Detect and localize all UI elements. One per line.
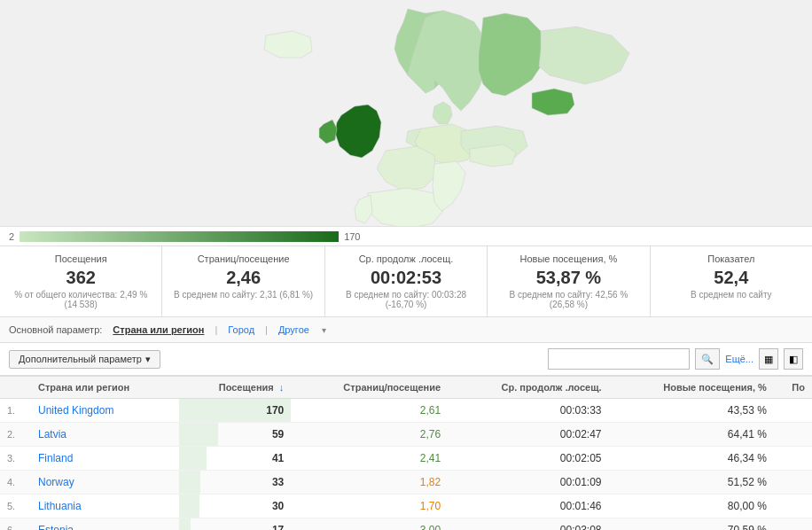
scale-bar: 2 170 <box>0 226 812 246</box>
add-param-button[interactable]: Дополнительный параметр ▾ <box>9 350 160 369</box>
stat-indicator-title: Показател <box>661 253 801 264</box>
cell-country[interactable]: Estonia <box>31 518 179 531</box>
cell-duration: 00:01:09 <box>448 471 608 495</box>
cell-duration: 00:02:05 <box>448 447 608 471</box>
cell-new-visits: 43,53 % <box>609 399 774 423</box>
cell-num: 6. <box>0 518 31 531</box>
tab-other[interactable]: Другое <box>275 323 313 337</box>
cell-duration: 00:01:46 <box>448 495 608 518</box>
country-link[interactable]: Lithuania <box>38 500 82 512</box>
cell-po <box>774 423 812 447</box>
sort-arrow-icon: ↓ <box>279 382 285 393</box>
stat-indicator-value: 52,4 <box>661 268 801 288</box>
th-duration: Ср. продолж .лосещ. <box>448 377 608 399</box>
th-po: По <box>774 377 812 399</box>
cell-pages: 2,61 <box>291 399 448 423</box>
country-link[interactable]: Estonia <box>38 524 74 530</box>
cell-num: 1. <box>0 399 31 423</box>
cell-num: 3. <box>0 447 31 471</box>
cell-country[interactable]: United Kingdom <box>31 399 179 423</box>
country-link[interactable]: Norway <box>38 476 74 488</box>
scale-max: 170 <box>344 231 360 242</box>
cell-po <box>774 471 812 495</box>
stat-pages-sub: В среднем по сайту: 2,31 (6,81 %) <box>173 290 313 300</box>
cell-visits: 33 <box>179 471 291 495</box>
cell-country[interactable]: Finland <box>31 447 179 471</box>
add-param-label: Дополнительный параметр <box>19 354 142 364</box>
cell-po <box>774 447 812 471</box>
cell-visits: 17 <box>179 518 291 531</box>
tabs-label: Основной параметр: <box>9 324 102 335</box>
stat-new-visits: Новые посещения, % 53,87 % В среднем по … <box>488 246 650 316</box>
table-row: 5. Lithuania 30 1,70 00:01:46 80,00 % <box>0 495 812 518</box>
table-row: 1. United Kingdom 170 2,61 00:03:33 43,5… <box>0 399 812 423</box>
cell-duration: 00:03:33 <box>448 399 608 423</box>
stat-pages-value: 2,46 <box>173 268 313 288</box>
cell-new-visits: 64,41 % <box>609 423 774 447</box>
table-row: 6. Estonia 17 3,00 00:03:08 70,59 % <box>0 518 812 531</box>
cell-po <box>774 518 812 531</box>
stat-pages-title: Страниц/посещение <box>173 253 313 264</box>
cell-pages: 2,41 <box>291 447 448 471</box>
cell-new-visits: 51,52 % <box>609 471 774 495</box>
toolbar-row: Дополнительный параметр ▾ 🔍 Ещё... ▦ ◧ <box>0 343 812 376</box>
eshche-link[interactable]: Ещё... <box>725 354 753 364</box>
th-pages: Страниц/посещение <box>291 377 448 399</box>
cell-duration: 00:02:47 <box>448 423 608 447</box>
cell-pages: 2,76 <box>291 423 448 447</box>
cell-new-visits: 46,34 % <box>609 447 774 471</box>
th-visits: Посещения ↓ <box>179 377 291 399</box>
stat-duration: Ср. продолж .лосещ. 00:02:53 В среднем п… <box>325 246 488 316</box>
stat-new-visits-value: 53,87 % <box>498 268 638 288</box>
stat-duration-title: Ср. продолж .лосещ. <box>336 253 476 264</box>
table-row: 4. Norway 33 1,82 00:01:09 51,52 % <box>0 471 812 495</box>
tab-other-arrow: ▾ <box>322 325 326 335</box>
stat-visits-sub: % от общего количества: 2,49 % (14 538) <box>11 290 151 309</box>
map-svg <box>0 0 812 226</box>
cell-num: 5. <box>0 495 31 518</box>
country-link[interactable]: Finland <box>38 452 73 464</box>
cell-visits: 30 <box>179 495 291 518</box>
th-country: Страна или регион <box>31 377 179 399</box>
add-param-arrow-icon: ▾ <box>145 354 151 365</box>
cell-num: 2. <box>0 423 31 447</box>
scale-min: 2 <box>9 231 14 242</box>
cell-duration: 00:03:08 <box>448 518 608 531</box>
cell-country[interactable]: Latvia <box>31 423 179 447</box>
map-container <box>0 0 812 226</box>
table-row: 3. Finland 41 2,41 00:02:05 46,34 % <box>0 447 812 471</box>
cell-pages: 1,82 <box>291 471 448 495</box>
cell-country[interactable]: Lithuania <box>31 495 179 518</box>
country-link[interactable]: Latvia <box>38 428 66 440</box>
stats-row: Посещения 362 % от общего количества: 2,… <box>0 246 812 317</box>
cell-visits: 170 <box>179 399 291 423</box>
table-row: 2. Latvia 59 2,76 00:02:47 64,41 % <box>0 423 812 447</box>
stat-visits-title: Посещения <box>11 253 151 264</box>
stat-duration-value: 00:02:53 <box>336 268 476 288</box>
country-link[interactable]: United Kingdom <box>38 404 113 417</box>
view-list-button[interactable]: ◧ <box>784 348 803 370</box>
th-new-visits: Новые посещения, % <box>609 377 774 399</box>
cell-pages: 3,00 <box>291 518 448 531</box>
cell-new-visits: 80,00 % <box>609 495 774 518</box>
tabs-row: Основной параметр: Страна или регион | Г… <box>0 317 812 343</box>
stat-indicator-sub: В среднем по сайту <box>661 290 801 300</box>
search-button[interactable]: 🔍 <box>695 348 720 370</box>
data-table: Страна или регион Посещения ↓ Страниц/по… <box>0 376 812 530</box>
cell-pages: 1,70 <box>291 495 448 518</box>
tab-country[interactable]: Страна или регион <box>109 323 207 337</box>
stat-visits-value: 362 <box>11 268 151 288</box>
cell-country[interactable]: Norway <box>31 471 179 495</box>
cell-po <box>774 495 812 518</box>
view-grid-button[interactable]: ▦ <box>759 348 778 370</box>
cell-visits: 59 <box>179 423 291 447</box>
stat-new-visits-title: Новые посещения, % <box>498 253 638 264</box>
search-input[interactable] <box>548 348 690 370</box>
stat-indicator: Показател 52,4 В среднем по сайту <box>651 246 812 316</box>
cell-visits: 41 <box>179 447 291 471</box>
stat-duration-sub: В среднем по сайту: 00:03:28 (-16,70 %) <box>336 290 476 309</box>
cell-po <box>774 399 812 423</box>
th-num <box>0 377 31 399</box>
tab-city[interactable]: Город <box>224 323 258 337</box>
cell-num: 4. <box>0 471 31 495</box>
